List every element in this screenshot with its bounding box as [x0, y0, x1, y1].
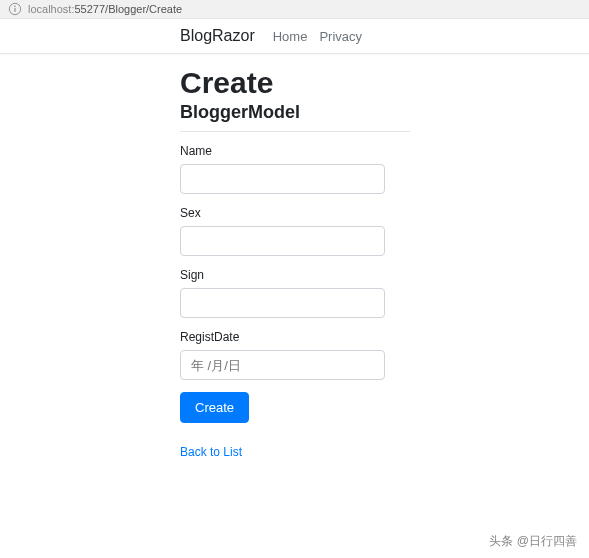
page-subtitle: BloggerModel — [180, 102, 410, 123]
registdate-label: RegistDate — [180, 330, 410, 344]
name-label: Name — [180, 144, 410, 158]
create-button[interactable]: Create — [180, 392, 249, 423]
page-title: Create — [180, 66, 410, 100]
create-form: Name Sex Sign RegistDate Create — [180, 144, 410, 423]
navbar: BlogRazor Home Privacy — [0, 19, 589, 54]
back-to-list-link[interactable]: Back to List — [180, 445, 242, 459]
registdate-input[interactable] — [180, 350, 385, 380]
sign-input[interactable] — [180, 288, 385, 318]
address-bar[interactable]: localhost:55277/Blogger/Create — [0, 0, 589, 19]
divider — [180, 131, 410, 132]
address-path: /Blogger/Create — [105, 3, 182, 15]
address-port: 55277 — [74, 3, 105, 15]
nav-link-home[interactable]: Home — [273, 29, 308, 44]
address-host: localhost: — [28, 3, 74, 15]
info-icon — [8, 2, 22, 16]
svg-rect-1 — [14, 8, 15, 12]
brand-link[interactable]: BlogRazor — [180, 27, 255, 45]
main-container: Create BloggerModel Name Sex Sign Regist… — [0, 54, 410, 460]
sex-label: Sex — [180, 206, 410, 220]
nav-link-privacy[interactable]: Privacy — [319, 29, 362, 44]
svg-point-2 — [14, 5, 16, 7]
sign-label: Sign — [180, 268, 410, 282]
name-input[interactable] — [180, 164, 385, 194]
sex-input[interactable] — [180, 226, 385, 256]
